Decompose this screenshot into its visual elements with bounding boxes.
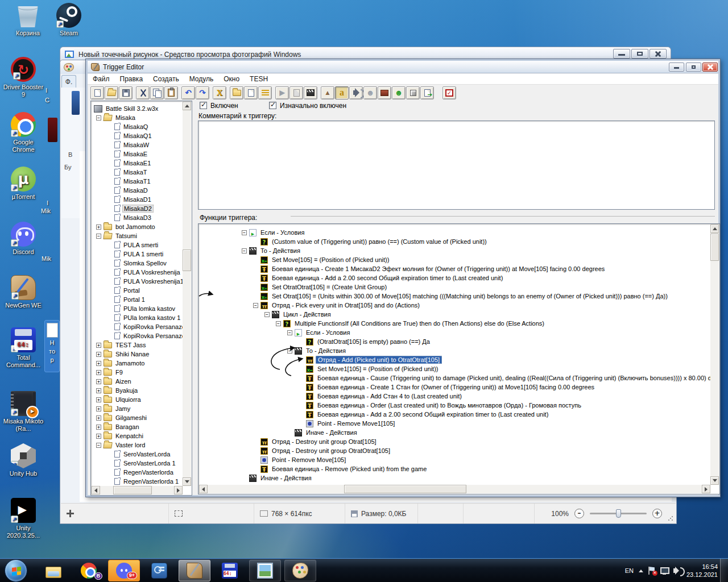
enabled-checkbox[interactable] [200,102,207,109]
desktop-icon-steam[interactable]: ↗Steam [48,3,90,37]
taskbar-item-paint[interactable] [284,560,316,581]
menu-5[interactable]: TESH [245,75,273,83]
new-comment-button[interactable] [258,86,272,99]
taskbar-item-discord[interactable]: 9+ [108,560,140,581]
desktop-icon-chrome[interactable]: ↗Google Chrome [2,112,44,153]
tree-item-serovasterlorda[interactable]: SeroVasterLorda [114,450,171,459]
taskbar-item-world-editor[interactable] [179,560,210,581]
desktop-icon-total-commander[interactable]: ↗Total Command... [2,327,44,369]
hidden-icons-chevron[interactable] [639,569,643,572]
function-row-20[interactable]: Боевая единица - Add a 2.00 second Общий… [299,410,550,419]
tree-item-f9[interactable]: +F9 [96,368,124,377]
tree-item-portal[interactable]: Portal [114,286,141,295]
tree-item-pula-lomka-kastov-1[interactable]: PUla lomka kastov 1 [114,313,181,322]
function-row-5[interactable]: Боевая единица - Add a 2.00 second Общий… [253,273,504,282]
collapse-box[interactable]: − [96,234,101,239]
trigger-editor-window[interactable]: Trigger Editor ФайлПравкаСоздатьМодульОк… [85,59,721,497]
tree-item-portal-1[interactable]: Portal 1 [114,295,146,304]
expand-box[interactable]: + [96,415,101,421]
desktop-icon-newgen-we[interactable]: ↗NewGen WE [2,275,44,309]
tree-item-misakae[interactable]: MisakaE [114,149,148,159]
campaign-editor-button[interactable] [378,86,391,99]
taskbar-item-explorer[interactable] [38,560,69,581]
tree-item-jamy[interactable]: +Jamy [96,404,131,413]
tree-item-byakuja[interactable]: +Byakuja [96,386,139,395]
taskbar-item-total-commander[interactable] [214,560,246,581]
expand-box[interactable]: + [96,406,101,411]
desktop-icon-misaka-video[interactable]: ↗Misaka Mikoto (Ra... [2,391,44,433]
tree-item-pula-voskreshenija1[interactable]: PULA Voskreshenija1 [114,277,183,286]
tree-item-jamamoto[interactable]: +Jamamoto [96,359,146,368]
desktop-icon-unity-hub[interactable]: ↗Unity Hub [2,443,44,477]
function-row-26[interactable]: Боевая единица - Remove (Picked unit) fr… [253,464,428,473]
redo-button[interactable]: ↷ [196,86,209,99]
tree-item-misakat[interactable]: MisakaT [114,168,148,177]
undo-button[interactable]: ↶ [181,86,195,99]
selected-desktop-file-fragment[interactable]: Н то р [44,320,60,372]
function-row-19[interactable]: Боевая единица - Order (Last created uni… [299,401,583,410]
menu-3[interactable]: Модуль [184,75,219,83]
expand-box[interactable]: + [96,343,101,348]
function-row-23[interactable]: Отряд - Destroy unit group Otrat[105] [253,437,378,446]
te-maximize-button[interactable] [686,63,701,72]
tree-item-vaster-lord[interactable]: −Vaster lord [96,440,146,450]
tree-item-misakaq1[interactable]: MisakaQ1 [114,131,153,140]
run-button[interactable]: ▶ [275,86,289,99]
tree-item-battle-skill-3-2-w3x[interactable]: Battle Skill 3.2.w3x [94,104,159,113]
trigger-comment-box[interactable] [198,120,715,210]
tree-item-pula-smerti[interactable]: PULA smerti [114,240,159,250]
desktop-icon-discord[interactable]: ↗Discord [2,222,44,256]
zoom-slider[interactable] [590,513,647,514]
open-button[interactable] [105,86,118,99]
function-row-27[interactable]: Иначе - Действия [242,473,313,483]
taskbar-item-chrome[interactable]: B [73,560,105,581]
menu-2[interactable]: Создать [148,75,184,83]
terrain-editor-button[interactable]: ▲ [321,86,334,99]
functions-horizontal-scrollbar[interactable] [199,485,710,493]
trigger-tree-pane[interactable]: Battle Skill 3.2.w3x−MisakaMisakaQMisaka… [90,101,192,496]
tree-item-misakaq[interactable]: MisakaQ [114,122,149,131]
tree-vertical-scrollbar[interactable] [183,102,191,486]
taskbar-item-display-settings[interactable] [143,560,175,581]
paste-button[interactable] [164,86,178,99]
tree-item-ulquiorra[interactable]: +Ulquiorra [96,395,142,404]
pv-minimize-button[interactable] [613,49,630,59]
tree-item-serovasterlorda-1[interactable]: SeroVasterLorda 1 [114,459,177,468]
zoom-out-button[interactable]: – [574,509,584,518]
clock[interactable]: 16:54 23.12.2021 [686,563,718,579]
tree-item-pula-lomka-kastov[interactable]: PUla lomka kastov [114,304,176,313]
tree-item-regenvasterlorda[interactable]: RegenVasterlorda [114,468,175,477]
function-row-24[interactable]: Отряд - Destroy unit group OtratOtrat[10… [253,446,392,455]
tree-item-kenpatchi[interactable]: +Kenpatchi [96,431,144,440]
object-manager-button[interactable] [406,86,420,99]
start-button[interactable] [5,559,27,582]
tree-item-pula-1-smerti[interactable]: PULA 1 smerti [114,250,164,259]
tree-item-misakad2[interactable]: MisakaD2 [114,204,154,213]
delete-x-button[interactable]: X [213,86,226,99]
function-row-14[interactable]: Отряд - Add (Picked unit) to OtratOtrat[… [299,355,442,364]
tree-item-misakaw[interactable]: MisakaW [114,140,150,149]
paint-paste-button-fragment[interactable] [72,91,80,115]
function-row-10[interactable]: −Multiple FunctionsIf (All Conditions ar… [276,319,546,328]
tree-item-kopirovka-persanaze[interactable]: KopiRovka Persanaze [114,322,183,331]
expand-box[interactable]: + [96,388,101,393]
function-row-9[interactable]: −Цикл - Действия [264,310,333,319]
menu-1[interactable]: Правка [115,75,148,83]
expand-box[interactable]: + [96,397,101,402]
tree-item-regenvasterlorda-1[interactable]: RegenVasterlorda 1 [114,477,180,486]
function-row-13[interactable]: −То - Действия [287,346,348,355]
pv-close-button[interactable] [650,49,667,59]
collapse-box[interactable]: − [242,230,247,235]
tree-item-misakae1[interactable]: MisakaE1 [114,159,152,168]
copy-button[interactable] [150,86,164,99]
expand-box[interactable]: + [96,352,101,357]
new-category-button[interactable] [230,86,243,99]
tree-item-kopirovka-persanaze[interactable]: KopiRovka Persanaze [114,331,183,340]
te-minimize-button[interactable] [669,63,684,72]
tree-item-aizen[interactable]: +Aizen [96,377,133,386]
functions-vertical-scrollbar[interactable] [710,225,719,485]
function-row-18[interactable]: Боевая единица - Add Стан 4 to (Last cre… [299,392,464,401]
tree-item-baragan[interactable]: +Baragan [96,422,140,431]
menu-0[interactable]: Файл [88,75,115,83]
tree-horizontal-scrollbar[interactable] [92,486,183,494]
